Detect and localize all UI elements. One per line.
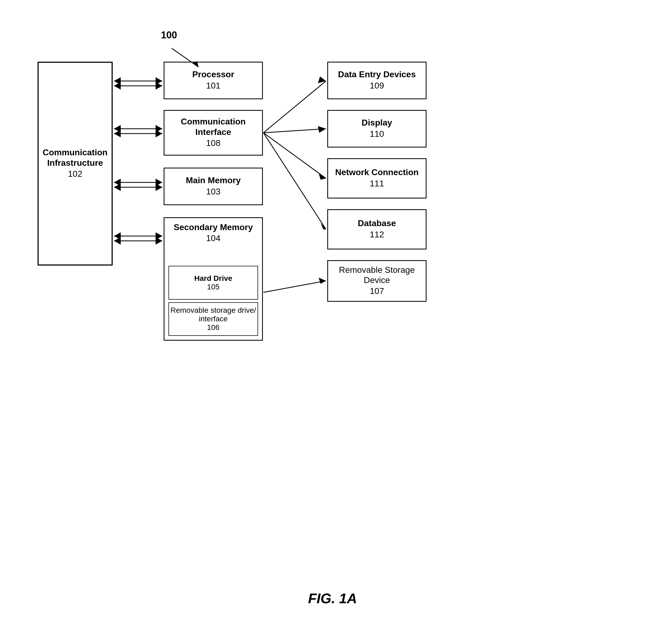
svg-marker-3 (114, 77, 121, 85)
data-entry-box: Data Entry Devices 109 (327, 62, 426, 99)
svg-marker-33 (321, 223, 326, 229)
svg-marker-18 (114, 184, 121, 191)
svg-marker-13 (156, 130, 162, 137)
secondary-memory-title: Secondary Memory (174, 222, 253, 232)
removable-storage-number: 107 (370, 285, 384, 297)
database-number: 112 (370, 229, 384, 241)
removable-drive-box: Removable storage drive/ interface 106 (169, 302, 258, 336)
svg-marker-19 (156, 184, 162, 191)
comm-infra-title: Communication Infrastructure (41, 147, 109, 168)
main-memory-box: Main Memory 103 (164, 168, 263, 205)
svg-marker-27 (318, 76, 326, 83)
display-title: Display (362, 117, 392, 128)
hard-drive-box: Hard Drive 105 (169, 266, 258, 299)
main-memory-number: 103 (206, 186, 220, 198)
figure-caption: FIG. 1A (0, 590, 665, 606)
svg-marker-35 (319, 278, 326, 284)
hard-drive-title: Hard Drive (194, 274, 232, 283)
comm-infra-box: Communication Infrastructure 102 (38, 62, 113, 266)
display-box: Display 110 (327, 110, 426, 148)
network-box: Network Connection 111 (327, 158, 426, 198)
diagram-container: 100 Communication Infrastructure 102 Pro… (32, 21, 622, 504)
network-number: 111 (370, 177, 384, 190)
svg-line-32 (263, 133, 326, 229)
svg-marker-9 (114, 125, 121, 133)
processor-title: Processor (192, 69, 234, 79)
svg-marker-24 (114, 237, 121, 245)
svg-marker-21 (114, 232, 121, 240)
removable-storage-title: Removable Storage Device (328, 265, 426, 285)
database-title: Database (358, 218, 396, 228)
svg-marker-25 (156, 237, 162, 245)
svg-line-28 (263, 129, 326, 133)
svg-marker-15 (114, 178, 121, 186)
removable-drive-number: 106 (207, 323, 220, 332)
svg-marker-16 (156, 178, 162, 186)
processor-number: 101 (206, 80, 220, 92)
svg-marker-22 (156, 232, 162, 240)
network-title: Network Connection (335, 167, 418, 177)
secondary-memory-box: Secondary Memory 104 Hard Drive 105 Remo… (164, 217, 263, 341)
svg-line-26 (263, 81, 326, 133)
ref-100-label: 100 (161, 30, 177, 41)
comm-interface-number: 108 (206, 137, 220, 149)
display-number: 110 (370, 128, 384, 140)
comm-interface-title: Communication Interface (165, 116, 262, 137)
main-memory-title: Main Memory (186, 175, 241, 185)
svg-line-30 (263, 133, 326, 178)
svg-marker-12 (114, 130, 121, 137)
svg-marker-31 (319, 173, 326, 180)
hard-drive-number: 105 (207, 283, 220, 291)
svg-marker-10 (156, 125, 162, 133)
data-entry-number: 109 (370, 80, 384, 92)
processor-box: Processor 101 (164, 62, 263, 99)
comm-infra-number: 102 (68, 168, 82, 180)
svg-marker-6 (114, 82, 121, 90)
svg-marker-4 (156, 77, 162, 85)
database-box: Database 112 (327, 209, 426, 249)
secondary-memory-number: 104 (206, 232, 220, 244)
removable-drive-title: Removable storage drive/ interface (169, 306, 258, 323)
svg-marker-29 (318, 126, 326, 133)
data-entry-title: Data Entry Devices (338, 69, 416, 79)
svg-marker-7 (156, 82, 162, 90)
svg-line-34 (263, 281, 326, 292)
comm-interface-box: Communication Interface 108 (164, 110, 263, 155)
removable-storage-box: Removable Storage Device 107 (327, 260, 426, 302)
